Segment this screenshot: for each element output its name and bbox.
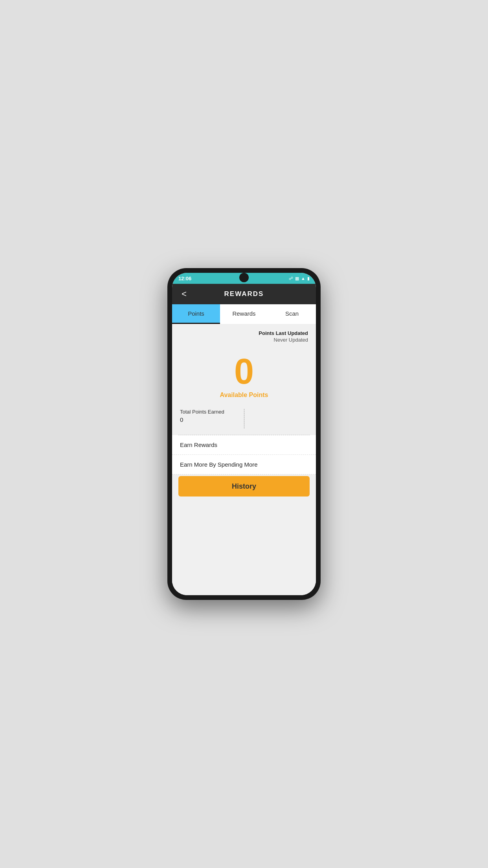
location-icon: ☍ [289,276,293,281]
points-updated-section: Points Last Updated Never Updated [172,324,316,346]
wifi-icon: ▩ [295,276,299,281]
vertical-divider [244,409,244,428]
available-points-label: Available Points [220,392,268,399]
points-updated-label: Points Last Updated [180,330,308,336]
total-points-section: Total Points Earned 0 [172,403,316,435]
signal-icon: ▲ [301,276,305,281]
earn-rewards-item[interactable]: Earn Rewards [172,435,316,455]
status-icons: ☍ ▩ ▲ ▮ [289,276,310,281]
tabs-container: Points Rewards Scan [172,304,316,324]
total-points-left: Total Points Earned 0 [180,409,240,423]
total-points-label: Total Points Earned [180,409,240,415]
back-button[interactable]: < [178,287,190,301]
total-points-value: 0 [180,416,240,423]
tab-rewards[interactable]: Rewards [220,304,268,324]
status-time: 12:06 [178,276,191,281]
points-number: 0 [234,354,254,389]
points-display: 0 Available Points [172,346,316,403]
phone-notch [239,273,249,282]
points-updated-value: Never Updated [180,337,308,343]
tab-scan[interactable]: Scan [268,304,316,324]
page-title: REWARDS [224,290,264,298]
history-button[interactable]: History [178,476,310,497]
bottom-space [172,498,316,595]
battery-icon: ▮ [307,276,310,281]
top-nav: < REWARDS [172,284,316,304]
main-content: Points Last Updated Never Updated 0 Avai… [172,324,316,595]
phone-frame: 12:06 ☍ ▩ ▲ ▮ < REWARDS Points Reward [167,268,321,600]
earn-more-item[interactable]: Earn More By Spending More [172,455,316,474]
phone-screen: 12:06 ☍ ▩ ▲ ▮ < REWARDS Points Reward [172,273,316,595]
tab-points[interactable]: Points [172,304,220,324]
